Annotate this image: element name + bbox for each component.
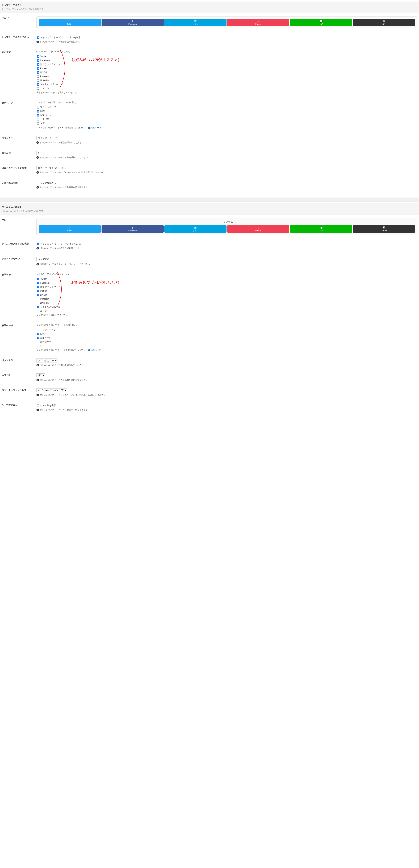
hint-share-message: 訪問者にシェアを促すメッセージを入力してください。 bbox=[40, 263, 92, 266]
select-top-logo[interactable]: ロゴ・キャプション 上下 bbox=[36, 166, 67, 170]
input-share-message[interactable] bbox=[36, 257, 99, 262]
share-twitter-button[interactable]: 🐦Twitter bbox=[39, 225, 101, 232]
cb-bottom-hatena[interactable]: はてなブックマーク bbox=[36, 285, 417, 289]
cb-bottom-linkedin[interactable]: LinkedIn bbox=[36, 301, 417, 305]
top-share-header: トップシェアボタン トップシェアボタンの表示に関する設定です。 bbox=[0, 2, 419, 13]
info-icon: i bbox=[36, 186, 39, 189]
label-top-count: シェア数の表示 bbox=[2, 181, 36, 189]
top-share-desc: トップシェアボタンの表示に関する設定です。 bbox=[2, 8, 417, 11]
hint-top-color: トップシェアボタンの配色を選択してください。 bbox=[40, 141, 86, 144]
hint-bottom-toggle: シェアボタンを選択してください。 bbox=[36, 314, 417, 317]
cb-top-front[interactable]: フロントページ bbox=[36, 106, 417, 109]
cb-bottom-post[interactable]: 投稿 bbox=[36, 332, 417, 336]
hint-bottom-count: ボトムシェアボタンのシェア数表示を切り替えます。 bbox=[40, 408, 90, 411]
line-icon: 💬 bbox=[290, 226, 352, 229]
hint-bottom-columns: ボトムシェアボタンのカラム数を選択してください。 bbox=[40, 379, 90, 381]
label-bottom-count: シェア数の表示 bbox=[2, 403, 36, 411]
bottom-share-header: ボトムシェアボタン ボトムシェアボタンの表示に関する設定です。 bbox=[0, 203, 419, 215]
cb-top-facebook[interactable]: Facebook bbox=[36, 59, 417, 62]
cb-top-category[interactable]: カテゴリー bbox=[36, 118, 417, 121]
twitter-icon: 🐦 bbox=[39, 226, 101, 229]
cb-bottom-display[interactable]: メインカラムボトムシェアボタンを表示 bbox=[36, 243, 417, 246]
hint-bottom-pages: シェアボタンを表示するページを選択してください。 bbox=[36, 349, 87, 351]
select-bottom-columns[interactable]: 6列 bbox=[36, 373, 45, 377]
copy-icon: 🗐 bbox=[353, 226, 415, 229]
share-pocket-button[interactable]: ⌄Pocket bbox=[227, 19, 289, 26]
cb-bottom-category[interactable]: カテゴリー bbox=[36, 340, 417, 344]
cb-bottom-line[interactable]: LINE@ bbox=[36, 293, 417, 297]
share-twitter-button[interactable]: 🐦Twitter bbox=[39, 19, 101, 26]
share-hatena-button[interactable]: B!はてブ bbox=[164, 225, 227, 232]
cb-bottom-count[interactable]: シェア数を表示 bbox=[36, 404, 417, 407]
cb-top-copy[interactable]: タイトルとURLをコピー bbox=[36, 83, 417, 86]
cb-bottom-copy[interactable]: タイトルとURLをコピー bbox=[36, 305, 417, 309]
share-pocket-button[interactable]: ⌄Pocket bbox=[227, 225, 289, 232]
info-icon: i bbox=[36, 41, 39, 43]
label-bottom-logo: ロゴ・キャプション配置 bbox=[2, 389, 36, 396]
line-icon: 💬 bbox=[290, 20, 352, 23]
cb-top-pinterest[interactable]: Pinterest bbox=[36, 75, 417, 78]
hint-top-display: i トップシェアボタンの表示を切り替えます。 bbox=[36, 40, 417, 43]
cb-top-count[interactable]: シェア数を表示 bbox=[36, 182, 417, 185]
cb-top-line[interactable]: LINE@ bbox=[36, 71, 417, 74]
select-top-color[interactable]: ブランドカラー bbox=[36, 136, 58, 140]
info-icon: i bbox=[36, 247, 39, 249]
cb-top-comment[interactable]: コメント bbox=[36, 87, 417, 90]
cb-bottom-pocket[interactable]: Pocket bbox=[36, 289, 417, 293]
label-share-message: シェアメッセージ bbox=[2, 257, 36, 266]
info-icon: i bbox=[36, 141, 39, 144]
share-hatena-button[interactable]: B!はてブ bbox=[164, 19, 227, 26]
select-bottom-logo[interactable]: ロゴ・キャプション 上下 bbox=[36, 389, 67, 392]
hint-bottom-logo: ボトムシェアボタンのロゴとキャプションの配置を選択してください。 bbox=[40, 394, 106, 396]
hatena-icon: B! bbox=[164, 226, 227, 229]
bottom-preview-box: シェアする 🐦Twitter fFacebook B!はてブ ⌄Pocket 💬… bbox=[36, 218, 417, 235]
cb-bottom-twitter[interactable]: Twitter bbox=[36, 277, 417, 281]
cb-top-post[interactable]: 投稿 bbox=[36, 110, 417, 113]
cb-top-hatena[interactable]: はてなブックマーク bbox=[36, 63, 417, 66]
hint-top-toggle: 表示するシェアボタンを選択してください。 bbox=[36, 91, 417, 94]
help-link-bottom-pages[interactable]: ?解説ページ bbox=[88, 349, 101, 351]
label-top-columns: カラム数 bbox=[2, 151, 36, 159]
hint-top-count: トップシェアボタンのシェア数表示を切り替えます。 bbox=[40, 186, 90, 189]
share-line-button[interactable]: 💬LINE bbox=[290, 19, 352, 26]
facebook-icon: f bbox=[101, 20, 164, 23]
info-icon: i bbox=[36, 364, 39, 366]
copy-icon: 🗐 bbox=[353, 20, 415, 23]
desc-top-toggle: 個々のシェアボタンの表示切り替え。 bbox=[36, 50, 417, 53]
cb-bottom-page[interactable]: 固定ページ bbox=[36, 336, 417, 340]
label-preview-top: プレビュー bbox=[2, 17, 36, 28]
info-icon: i bbox=[36, 156, 39, 159]
bottom-share-section: ボトムシェアボタン ボトムシェアボタンの表示に関する設定です。 プレビュー シェ… bbox=[0, 202, 419, 420]
share-copy-button[interactable]: 🗐コピー bbox=[353, 19, 415, 26]
cb-bottom-facebook[interactable]: Facebook bbox=[36, 281, 417, 285]
cb-top-pocket[interactable]: Pocket bbox=[36, 67, 417, 70]
label-top-color: ボタンカラー bbox=[2, 136, 36, 144]
label-bottom-columns: カラム数 bbox=[2, 373, 36, 381]
cb-top-page[interactable]: 固定ページ bbox=[36, 114, 417, 117]
cb-bottom-tag[interactable]: タグ bbox=[36, 344, 417, 347]
hatena-icon: B! bbox=[164, 20, 227, 23]
label-bottom-display: ボトムシェアボタンの表示 bbox=[2, 242, 36, 250]
help-link-top-pages[interactable]: ?解説ページ bbox=[88, 126, 101, 129]
help-icon: ? bbox=[88, 127, 90, 129]
label-top-toggle: 表示切替 bbox=[2, 50, 36, 94]
hint-top-logo: トップシェアボタンのロゴとキャプションの配置を選択してください。 bbox=[40, 171, 106, 174]
cb-bottom-front[interactable]: フロントページ bbox=[36, 328, 417, 332]
share-facebook-button[interactable]: fFacebook bbox=[101, 19, 164, 26]
cb-top-display[interactable]: メインカラムトップシェアボタンを表示 bbox=[36, 36, 417, 39]
share-line-button[interactable]: 💬LINE bbox=[290, 225, 352, 232]
share-copy-button[interactable]: 🗐コピー bbox=[353, 225, 415, 232]
cb-bottom-comment[interactable]: コメント bbox=[36, 309, 417, 313]
info-icon: i bbox=[36, 263, 39, 266]
facebook-icon: f bbox=[101, 226, 164, 229]
bottom-share-desc: ボトムシェアボタンの表示に関する設定です。 bbox=[2, 210, 417, 213]
cb-top-tag[interactable]: タグ bbox=[36, 122, 417, 125]
cb-bottom-pinterest[interactable]: Pinterest bbox=[36, 298, 417, 301]
twitter-icon: 🐦 bbox=[39, 20, 101, 23]
select-bottom-color[interactable]: ブランドカラー bbox=[36, 359, 58, 363]
share-facebook-button[interactable]: fFacebook bbox=[101, 225, 164, 232]
cb-top-twitter[interactable]: Twitter bbox=[36, 55, 417, 58]
hint-top-columns: トップシェアボタンのカラム数を選択してください。 bbox=[40, 156, 90, 159]
select-top-columns[interactable]: 6列 bbox=[36, 151, 45, 155]
cb-top-linkedin[interactable]: LinkedIn bbox=[36, 79, 417, 82]
